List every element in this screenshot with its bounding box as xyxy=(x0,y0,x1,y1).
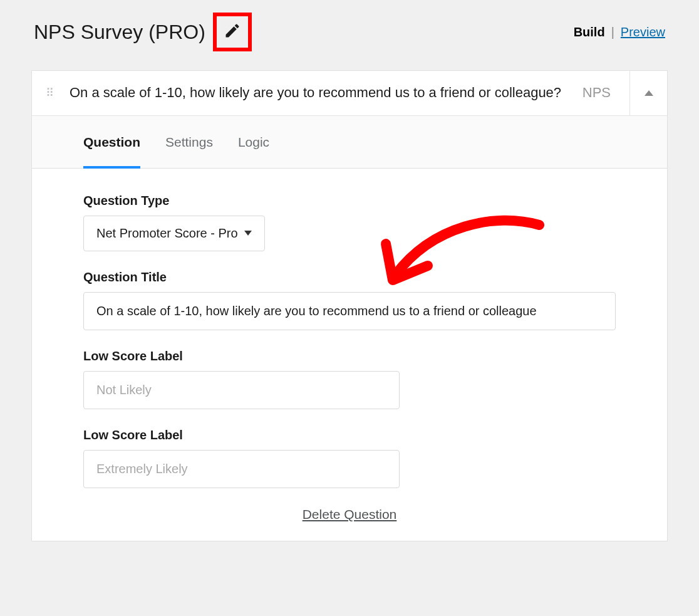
question-card: ⠿ On a scale of 1-10, how likely are you… xyxy=(31,70,668,541)
page-title: NPS Survey (PRO) xyxy=(34,21,205,44)
edit-title-button[interactable] xyxy=(213,13,252,51)
card-header: ⠿ On a scale of 1-10, how likely are you… xyxy=(32,71,667,116)
tab-logic[interactable]: Logic xyxy=(238,116,269,168)
nav-group: Build | Preview xyxy=(574,25,665,39)
low-score-input-1[interactable] xyxy=(83,371,400,409)
chevron-up-icon xyxy=(645,90,653,96)
field-question-type: Question Type Net Promoter Score - Pro xyxy=(83,194,616,251)
nav-build[interactable]: Build xyxy=(574,25,605,39)
chevron-down-icon xyxy=(244,231,252,236)
question-title-label: Question Title xyxy=(83,270,616,285)
title-group: NPS Survey (PRO) xyxy=(34,13,252,51)
card-body: Question Type Net Promoter Score - Pro Q… xyxy=(32,169,667,541)
delete-question-row: Delete Question xyxy=(83,507,616,522)
question-type-value: Net Promoter Score - Pro xyxy=(96,226,238,241)
field-low-score-2: Low Score Label xyxy=(83,428,616,488)
drag-handle-icon[interactable]: ⠿ xyxy=(46,90,58,96)
question-type-select[interactable]: Net Promoter Score - Pro xyxy=(83,216,265,251)
delete-question-link[interactable]: Delete Question xyxy=(303,507,397,521)
question-title-input[interactable] xyxy=(83,292,616,330)
tab-question[interactable]: Question xyxy=(83,116,140,169)
header-row: NPS Survey (PRO) Build | Preview xyxy=(31,13,668,51)
question-type-label: Question Type xyxy=(83,194,616,208)
tab-settings[interactable]: Settings xyxy=(165,116,213,168)
low-score-label-1: Low Score Label xyxy=(83,349,616,363)
collapse-button[interactable] xyxy=(629,71,667,115)
card-tabs: Question Settings Logic xyxy=(32,116,667,169)
question-type-badge: NPS xyxy=(575,85,618,101)
low-score-label-2: Low Score Label xyxy=(83,428,616,442)
low-score-input-2[interactable] xyxy=(83,450,400,488)
field-low-score-1: Low Score Label xyxy=(83,349,616,409)
question-preview-text: On a scale of 1-10, how likely are you t… xyxy=(70,83,564,103)
field-question-title: Question Title xyxy=(83,270,616,330)
nav-preview[interactable]: Preview xyxy=(621,25,665,39)
nav-separator: | xyxy=(611,25,614,39)
pencil-icon xyxy=(224,22,241,42)
